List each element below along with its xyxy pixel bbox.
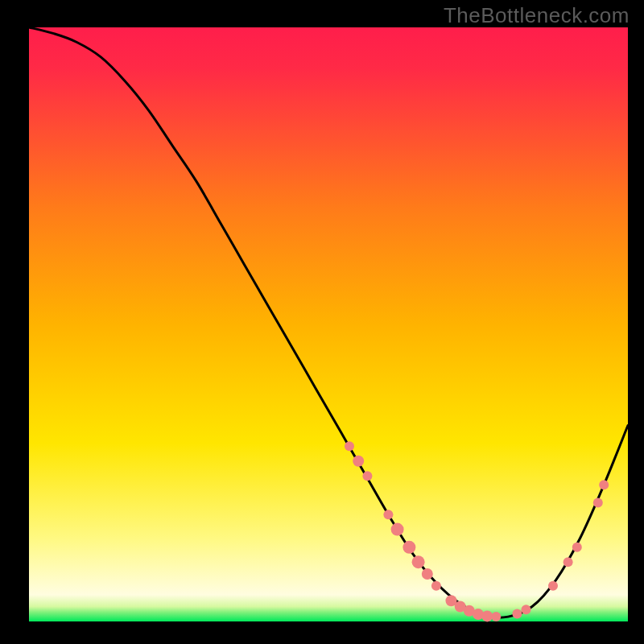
plot-gradient: [29, 27, 628, 621]
data-point: [362, 471, 372, 481]
data-point: [522, 605, 531, 614]
data-point: [548, 581, 558, 591]
data-point: [481, 610, 493, 621]
data-point: [564, 557, 573, 567]
data-point: [431, 581, 441, 591]
chart-svg: [0, 0, 644, 644]
data-point: [345, 441, 354, 451]
watermark-text: TheBottleneck.com: [444, 3, 630, 28]
data-point: [383, 510, 393, 519]
data-point: [572, 543, 582, 552]
data-point: [412, 555, 425, 568]
data-point: [593, 497, 603, 507]
data-point: [422, 568, 433, 580]
data-point: [599, 480, 609, 489]
chart-container: TheBottleneck.com: [0, 0, 644, 644]
data-point: [402, 541, 415, 554]
data-point: [512, 609, 522, 618]
data-point: [491, 612, 501, 621]
data-point: [391, 523, 404, 536]
data-point: [353, 456, 364, 467]
